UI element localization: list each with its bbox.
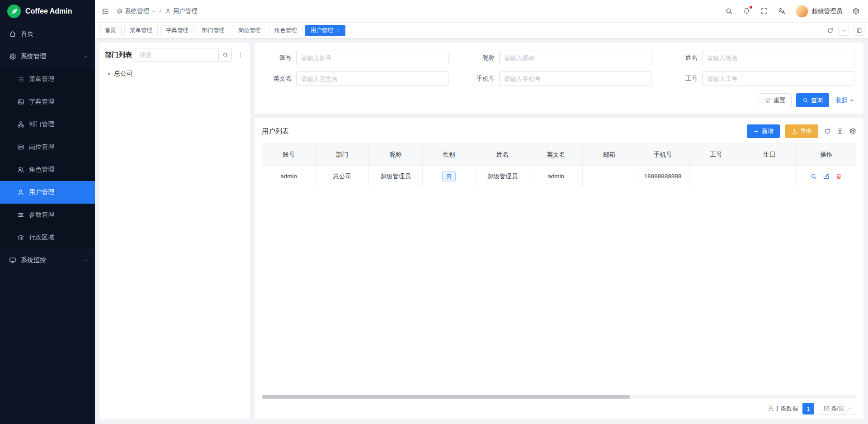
- view-button[interactable]: [810, 173, 817, 180]
- sidebar-item-role-management[interactable]: 角色管理: [0, 158, 95, 181]
- department-panel: 部门列表 总公司: [99, 43, 250, 419]
- dept-search-input[interactable]: [136, 48, 218, 62]
- tabbar: 首页 菜单管理 字典管理 部门管理 岗位管理 角色管理 用户管理: [95, 23, 868, 38]
- field-label: 手机号: [467, 75, 495, 83]
- department-search: [136, 48, 232, 62]
- menu-label: 首页: [21, 30, 33, 38]
- tabs-dropdown-button[interactable]: [838, 25, 849, 36]
- column-header-actions: 操作: [797, 144, 856, 166]
- close-icon[interactable]: [336, 29, 340, 33]
- gear-icon[interactable]: [849, 128, 856, 135]
- sidebar-item-department-management[interactable]: 部门管理: [0, 113, 95, 136]
- column-header: 账号: [262, 144, 316, 166]
- horizontal-scrollbar: [262, 395, 856, 399]
- menu-label: 行政区域: [29, 233, 54, 242]
- phone-input[interactable]: [499, 71, 651, 86]
- caret-right-icon[interactable]: [107, 71, 112, 76]
- tab-label: 用户管理: [311, 27, 333, 34]
- gender-tag: 男: [442, 172, 456, 181]
- column-header: 英文名: [529, 144, 582, 166]
- content: 部门列表 总公司: [95, 38, 868, 424]
- sidebar-item-user-management[interactable]: 用户管理: [0, 181, 95, 204]
- column-header: 工号: [689, 144, 743, 166]
- breadcrumb-parent[interactable]: 系统管理: [117, 7, 156, 15]
- tab-department-management[interactable]: 部门管理: [197, 25, 230, 36]
- params-icon: [17, 211, 24, 219]
- nickname-input[interactable]: [499, 51, 651, 65]
- gear-icon: [117, 8, 123, 14]
- delete-button[interactable]: [835, 173, 842, 180]
- sidebar-item-home[interactable]: 首页: [0, 23, 95, 45]
- user-table: 账号 部门 昵称 性别 姓名 英文名 邮箱 手机号 工号 生日 操作: [262, 143, 856, 187]
- dots-vertical-icon: [237, 52, 244, 58]
- org-icon: [17, 121, 24, 128]
- dept-search-button[interactable]: [218, 48, 232, 62]
- sidebar-item-menu-management[interactable]: 菜单管理: [0, 68, 95, 91]
- user-name: 超级管理员: [812, 7, 843, 15]
- name-input[interactable]: [702, 51, 854, 65]
- roles-icon: [17, 166, 24, 173]
- app-root: Coffee Admin 首页 系统管理 菜单管理 字典管理: [0, 0, 868, 424]
- search-icon[interactable]: [725, 7, 733, 15]
- chevron-up-icon: [849, 98, 854, 103]
- tab-post-management[interactable]: 岗位管理: [233, 25, 266, 36]
- sidebar-item-system-monitor[interactable]: 系统监控: [0, 249, 95, 272]
- add-user-button[interactable]: 新增: [747, 124, 780, 138]
- main-column: 账号 昵称 姓名 英文名: [255, 43, 863, 419]
- gear-icon[interactable]: [852, 7, 860, 15]
- layout-toggle-button[interactable]: [854, 25, 864, 36]
- sidebar: Coffee Admin 首页 系统管理 菜单管理 字典管理: [0, 0, 95, 424]
- scrollbar-thumb[interactable]: [262, 395, 630, 399]
- page-size-select[interactable]: 10 条/页: [819, 403, 856, 414]
- fullscreen-icon[interactable]: [760, 7, 768, 15]
- user-profile-button[interactable]: 超级管理员: [796, 5, 843, 18]
- delete-icon: [835, 173, 842, 180]
- work-id-input[interactable]: [702, 71, 854, 86]
- tab-menu-management[interactable]: 菜单管理: [124, 25, 158, 36]
- chevron-down-icon: [83, 257, 89, 263]
- avatar: [796, 5, 808, 18]
- sidebar-menu: 首页 系统管理 菜单管理 字典管理 部门管理: [0, 23, 95, 424]
- column-header: 部门: [316, 144, 369, 166]
- pagination: 共 1 条数据 1 10 条/页: [262, 402, 856, 415]
- english-name-input[interactable]: [296, 71, 448, 86]
- sidebar-item-post-management[interactable]: 岗位管理: [0, 136, 95, 158]
- page-button-1[interactable]: 1: [802, 403, 814, 414]
- reset-button[interactable]: 重置: [759, 93, 792, 107]
- tab-label: 菜单管理: [130, 27, 152, 34]
- tree-item-head-office[interactable]: 总公司: [105, 68, 245, 80]
- breadcrumb-parent-label: 系统管理: [125, 7, 149, 15]
- filter-field-name: 姓名: [670, 51, 854, 65]
- menu-label: 岗位管理: [29, 143, 54, 151]
- tab-user-management[interactable]: 用户管理: [305, 25, 345, 36]
- tab-home[interactable]: 首页: [99, 25, 122, 36]
- table-toolbar: 新增 导出: [747, 124, 856, 138]
- row-height-icon[interactable]: [836, 128, 844, 135]
- filter-field-phone: 手机号: [467, 71, 651, 86]
- user-icon: [17, 189, 24, 196]
- column-header: 性别: [422, 144, 476, 166]
- sidebar-item-dictionary-management[interactable]: 字典管理: [0, 91, 95, 113]
- menu-fold-icon[interactable]: [101, 7, 109, 15]
- notifications-button[interactable]: [743, 7, 750, 15]
- sidebar-item-parameter-management[interactable]: 参数管理: [0, 204, 95, 226]
- tab-role-management[interactable]: 角色管理: [269, 25, 302, 36]
- menu-label: 系统管理: [21, 52, 46, 61]
- app-logo: Coffee Admin: [0, 0, 95, 23]
- refresh-icon[interactable]: [824, 128, 831, 135]
- collapse-filters-link[interactable]: 收起: [835, 96, 854, 105]
- sidebar-item-system-management[interactable]: 系统管理: [0, 45, 95, 68]
- clear-icon: [765, 97, 771, 103]
- more-options-button[interactable]: [236, 48, 245, 62]
- tab-dictionary-management[interactable]: 字典管理: [160, 25, 194, 36]
- leaf-logo-icon: [7, 5, 21, 18]
- edit-button[interactable]: [823, 173, 830, 180]
- refresh-icon[interactable]: [827, 27, 834, 34]
- department-tree: 总公司: [105, 68, 245, 80]
- export-button[interactable]: 导出: [785, 124, 818, 138]
- tree-item-label: 总公司: [114, 70, 133, 78]
- account-input[interactable]: [296, 51, 448, 65]
- sidebar-item-admin-region[interactable]: 行政区域: [0, 226, 95, 249]
- search-button[interactable]: 查询: [796, 93, 829, 107]
- translate-icon[interactable]: [778, 7, 786, 15]
